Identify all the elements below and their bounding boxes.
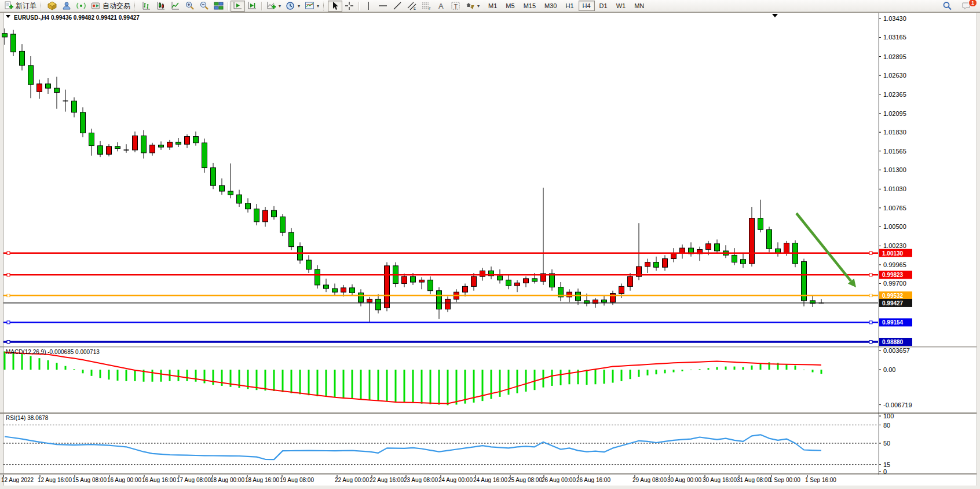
- time-tick-label: 23 Aug 08:00: [404, 477, 438, 483]
- price-badge-label: 1.00130: [882, 250, 904, 257]
- candle-up: [749, 218, 755, 264]
- candle-down: [237, 195, 242, 203]
- channel-button[interactable]: E: [405, 1, 419, 12]
- candle-down: [506, 280, 511, 286]
- periods-button[interactable]: ▾: [283, 1, 302, 12]
- line-chart-button[interactable]: [168, 1, 182, 12]
- new-order-button[interactable]: 新订单: [2, 1, 39, 12]
- chart-area[interactable]: 1.034301.031651.028951.026301.023651.020…: [0, 0, 980, 489]
- chart-shift-button[interactable]: [245, 1, 259, 12]
- line-handle: [7, 341, 10, 344]
- dropdown-caret: ▾: [477, 3, 480, 9]
- timeframe-M1[interactable]: M1: [484, 1, 501, 11]
- tile-windows-icon: [214, 1, 224, 10]
- crosshair-button[interactable]: [342, 1, 357, 12]
- search-button[interactable]: [940, 1, 955, 12]
- timeframe-W1[interactable]: W1: [612, 1, 630, 11]
- timeframe-M30[interactable]: M30: [540, 1, 561, 11]
- time-axis[interactable]: 12 Aug 202212 Aug 16:0015 Aug 08:0016 Au…: [1, 475, 836, 483]
- price-axis[interactable]: 1.034301.031651.028951.026301.023651.020…: [879, 15, 906, 287]
- candle-down: [159, 145, 164, 147]
- cursor-icon: [330, 1, 340, 10]
- time-tick-label: 26 Aug 16:00: [576, 477, 610, 483]
- time-tick-label: 15 Aug 08:00: [72, 477, 107, 483]
- timeframe-H1[interactable]: H1: [561, 1, 577, 11]
- timeframe-M5[interactable]: M5: [502, 1, 518, 11]
- indicators-button[interactable]: ▾: [264, 1, 283, 12]
- candle-up: [185, 137, 190, 144]
- candle-up: [37, 84, 42, 92]
- candle-down: [280, 217, 286, 232]
- candle-down: [315, 269, 320, 285]
- macd-tick-label: 0.003657: [883, 347, 910, 354]
- price-badge-label: 0.99823: [882, 272, 904, 278]
- price-tick-label: 1.01565: [883, 148, 906, 155]
- timeframe-M15[interactable]: M15: [520, 1, 540, 11]
- candle-chart-button[interactable]: [153, 1, 168, 12]
- market-watch-button[interactable]: [45, 1, 60, 12]
- vertical-line-icon: [364, 1, 374, 10]
- candle-up: [480, 271, 485, 276]
- candle-down: [732, 255, 737, 262]
- market-watch-icon: [47, 1, 57, 10]
- profile-button[interactable]: [60, 1, 74, 12]
- svg-text:E: E: [414, 7, 416, 10]
- zoom-out-button[interactable]: [197, 1, 211, 12]
- cursor-button[interactable]: [328, 1, 342, 12]
- candle-down: [54, 88, 60, 92]
- vertical-line-button[interactable]: [361, 1, 376, 12]
- candle-down: [141, 136, 147, 152]
- auto-scroll-button[interactable]: [231, 1, 245, 12]
- price-badge-label: 0.99532: [882, 293, 904, 299]
- candle-down: [2, 34, 8, 37]
- candle-down: [211, 168, 216, 186]
- text-button[interactable]: A: [434, 1, 448, 12]
- price-tick-label: 1.03165: [883, 34, 906, 41]
- candle-up: [445, 299, 451, 309]
- candle-down: [654, 262, 659, 268]
- rsi-tick-label: 50: [883, 440, 890, 447]
- timeframe-MN[interactable]: MN: [630, 1, 648, 11]
- arrows-button[interactable]: ▾: [463, 1, 482, 12]
- trendline-button[interactable]: [390, 1, 405, 12]
- dropdown-caret: ▾: [279, 3, 281, 9]
- tile-windows-button[interactable]: [211, 1, 226, 12]
- candle-up: [524, 279, 529, 283]
- notifications-button[interactable]: 1: [959, 1, 974, 12]
- candle-chart-icon: [156, 1, 166, 10]
- line-handle: [869, 273, 872, 276]
- zoom-in-button[interactable]: [182, 1, 197, 12]
- bar-chart-button[interactable]: [139, 1, 153, 12]
- channel-icon: E: [407, 1, 417, 10]
- candle-down: [115, 147, 120, 149]
- macd-tick-label: -0.006719: [883, 402, 912, 408]
- horizontal-line-icon: [378, 1, 388, 10]
- price-tick-label: 1.02365: [883, 91, 906, 98]
- toolbar-grip: [41, 2, 43, 10]
- candle-down: [228, 191, 233, 195]
- horizontal-line-button[interactable]: [376, 1, 390, 12]
- templates-button[interactable]: ▾: [302, 1, 321, 12]
- candle-down: [28, 65, 34, 85]
- candle-up: [784, 243, 789, 253]
- line-handle: [7, 321, 10, 324]
- zoom-out-icon: [199, 1, 209, 10]
- candle-down: [202, 143, 207, 168]
- label-button[interactable]: T: [448, 1, 463, 12]
- macd-tick-label: 0.00: [883, 366, 895, 373]
- candle-down: [802, 261, 807, 300]
- fibonacci-button[interactable]: F: [419, 1, 434, 12]
- candle-up: [150, 145, 155, 152]
- autotrading-button[interactable]: 自动交易: [89, 1, 133, 12]
- candle-up: [167, 142, 173, 147]
- candle-down: [741, 260, 746, 264]
- mt4-window: 新订单: [0, 0, 980, 489]
- candle-down: [220, 185, 225, 191]
- timeframe-D1[interactable]: D1: [595, 1, 612, 11]
- autotrading-icon: [91, 1, 101, 10]
- price-tick-label: 1.00500: [883, 223, 906, 230]
- toolbar-grip: [134, 2, 137, 10]
- signal-button[interactable]: [74, 1, 89, 12]
- timeframe-H4[interactable]: H4: [579, 1, 595, 11]
- candle-down: [602, 300, 607, 302]
